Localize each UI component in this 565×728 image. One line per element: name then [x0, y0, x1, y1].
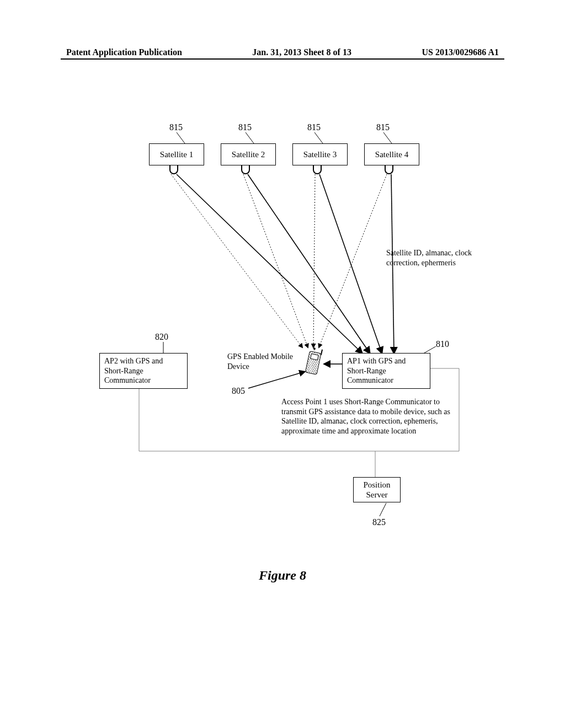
svg-line-5	[248, 174, 370, 353]
ref-805: 805	[232, 386, 245, 396]
ap1-line3: Communicator	[347, 376, 425, 386]
ref-820: 820	[155, 332, 168, 342]
svg-line-4	[177, 174, 362, 353]
figure-label: Figure 8	[0, 568, 565, 583]
ap2-line1: AP2 with GPS and	[104, 356, 183, 366]
svg-line-13	[248, 372, 305, 388]
ap2-line2: Short-Range	[104, 366, 183, 376]
svg-line-2	[315, 132, 323, 143]
ap1-line2: Short-Range	[347, 366, 425, 376]
svg-line-1	[246, 132, 254, 143]
svg-line-9	[243, 174, 308, 347]
ap1-line1: AP1 with GPS and	[347, 356, 425, 366]
svg-line-11	[319, 174, 387, 347]
ap2-box: AP2 with GPS and Short-Range Communicato…	[99, 353, 188, 389]
ps-line1: Position	[355, 480, 399, 490]
svg-line-3	[383, 132, 392, 143]
svg-line-0	[177, 132, 185, 143]
gps-device-label: GPS Enabled Mobile Device	[227, 352, 305, 371]
diagram-root: Patent Application Publication Jan. 31, …	[0, 0, 565, 728]
satellite-data-label: Satellite ID, almanac, clock correction,…	[386, 248, 491, 267]
ap2-line3: Communicator	[104, 376, 183, 386]
svg-line-6	[319, 174, 382, 353]
svg-line-16	[380, 503, 386, 516]
phone-screen	[310, 354, 319, 361]
ps-line2: Server	[355, 490, 399, 500]
ap-description-label: Access Point 1 uses Short-Range Communic…	[281, 397, 452, 436]
ref-825: 825	[372, 517, 386, 527]
ref-810: 810	[436, 339, 449, 349]
svg-line-10	[313, 174, 315, 347]
position-server-box: Position Server	[353, 477, 401, 502]
svg-line-8	[171, 174, 302, 347]
ap1-box: AP1 with GPS and Short-Range Communicato…	[342, 353, 430, 389]
